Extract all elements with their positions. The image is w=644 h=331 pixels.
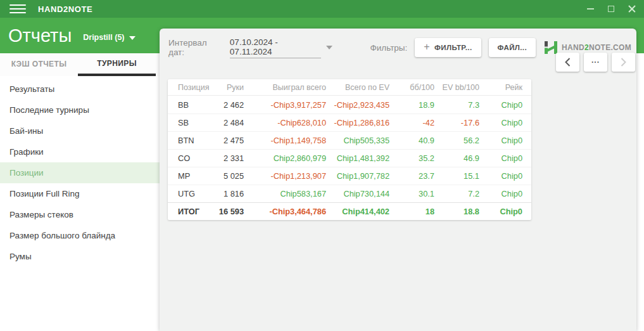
pagination-next-button[interactable] <box>612 53 635 72</box>
maximize-button[interactable] <box>607 4 616 13</box>
add-filter-button[interactable]: + ФИЛЬТР... <box>415 38 481 57</box>
table-cell: 18 <box>389 207 434 216</box>
table-header-row: ПозицияРукиВыиграл всегоВсего по EVбб/10… <box>168 79 531 96</box>
table-total-row[interactable]: ИТОГ16 593-Chip3,464,786Chip414,4021818.… <box>168 202 531 220</box>
filters-label: Фильтры: <box>370 43 408 53</box>
table-cell: Chip730,144 <box>326 189 389 198</box>
app-title: HAND2NOTE <box>38 4 92 14</box>
table-cell: 7.3 <box>434 100 479 110</box>
sidebar-item-stack-sizes[interactable]: Размеры стеков <box>0 204 160 225</box>
sidebar-item-results[interactable]: Результаты <box>0 79 160 100</box>
hamburger-menu-icon[interactable] <box>9 2 26 16</box>
chevron-down-icon <box>129 36 136 40</box>
chevron-down-icon[interactable] <box>326 46 332 49</box>
table-header-cell[interactable]: Позиция <box>168 83 212 92</box>
table-cell: 35.2 <box>389 153 434 163</box>
table-cell: 30.1 <box>389 189 434 198</box>
table-cell: 2 331 <box>212 153 244 163</box>
table-header-cell[interactable]: Всего по EV <box>326 83 389 92</box>
minimize-icon <box>587 8 594 10</box>
table-row[interactable]: UTG1 816Chip583,167Chip730,14430.17.2Chi… <box>168 185 531 202</box>
player-dropdown-label: Dripstill (5) <box>83 33 124 42</box>
close-button[interactable] <box>628 4 636 13</box>
table-cell: -Chip628,010 <box>244 118 326 127</box>
table-cell: Chip0 <box>479 207 531 216</box>
page-title: Отчеты <box>8 25 72 46</box>
app-window: HAND2NOTE Отчеты Dripstill (5) КЭШ ОТЧЕТ… <box>0 0 644 331</box>
table-cell: -Chip3,464,786 <box>244 207 326 216</box>
title-bar: HAND2NOTE <box>0 0 644 18</box>
maximize-icon <box>608 6 614 12</box>
table-cell: 40.9 <box>389 136 434 145</box>
table-cell: Chip505,335 <box>326 136 389 145</box>
table-header-cell[interactable]: Руки <box>212 83 244 92</box>
table-cell: SB <box>168 118 212 127</box>
add-filter-button-label: ФИЛЬТР... <box>434 44 472 51</box>
table-cell: Chip2,860,979 <box>244 153 326 163</box>
positions-report-table: ПозицияРукиВыиграл всегоВсего по EVбб/10… <box>168 79 531 220</box>
table-cell: 7.2 <box>434 189 479 198</box>
table-row[interactable]: BTN2 475-Chip1,149,758Chip505,33540.956.… <box>168 131 531 149</box>
window-controls <box>586 4 636 13</box>
hand2note-logo-text: HAND2NOTE.COM <box>562 43 631 52</box>
table-cell: Chip1,907,782 <box>326 171 389 181</box>
table-cell: 18.9 <box>389 100 434 110</box>
sidebar-item-buyins[interactable]: Бай-ины <box>0 120 160 141</box>
pagination-more-button[interactable]: ... <box>584 53 607 72</box>
table-cell: 5 025 <box>212 171 244 181</box>
table-cell: 2 484 <box>212 118 244 127</box>
table-row[interactable]: BB2 462-Chip3,917,257-Chip2,923,43518.97… <box>168 96 531 114</box>
table-cell: Chip0 <box>479 100 531 110</box>
table-cell: -42 <box>389 118 434 127</box>
sidebar-item-recent-tournaments[interactable]: Последние турниры <box>0 100 160 120</box>
table-cell: Chip414,402 <box>326 207 389 216</box>
table-cell: 16 593 <box>212 207 244 216</box>
pagination-prev-button[interactable] <box>556 53 579 72</box>
table-cell: Chip0 <box>479 118 531 127</box>
chevron-right-icon <box>621 58 626 67</box>
table-cell: CO <box>168 153 212 163</box>
table-cell: -Chip3,917,257 <box>244 100 326 110</box>
plus-icon: + <box>424 41 430 53</box>
sidebar-item-big-blind-size[interactable]: Размер большого блайнда <box>0 225 160 246</box>
sidebar-item-graphs[interactable]: Графики <box>0 141 160 162</box>
table-cell: ИТОГ <box>168 207 212 216</box>
table-header-cell[interactable]: Выиграл всего <box>244 83 326 92</box>
table-row[interactable]: MP5 025-Chip1,213,907Chip1,907,78223.715… <box>168 167 531 185</box>
table-header-cell[interactable]: EV bb/100 <box>434 83 479 92</box>
date-interval-label: Интервал дат: <box>168 38 224 57</box>
sidebar-item-positions[interactable]: Позиции <box>0 162 160 183</box>
date-interval-value[interactable]: 07.10.2024 - 07.11.2024 <box>230 37 321 58</box>
player-dropdown[interactable]: Dripstill (5) <box>83 33 135 42</box>
minimize-button[interactable] <box>586 4 595 13</box>
table-cell: 18.8 <box>434 207 479 216</box>
table-cell: UTG <box>168 189 212 198</box>
file-button[interactable]: ФАЙЛ... <box>489 38 536 57</box>
table-cell: 2 475 <box>212 136 244 145</box>
tab-tournaments[interactable]: ТУРНИРЫ <box>78 53 156 76</box>
chevron-left-icon <box>565 58 571 67</box>
tab-cash-reports[interactable]: КЭШ ОТЧЕТЫ <box>0 53 78 76</box>
table-cell: Chip0 <box>479 171 531 181</box>
table-cell: -Chip2,923,435 <box>326 100 389 110</box>
table-cell: 15.1 <box>434 171 479 181</box>
report-tabs: КЭШ ОТЧЕТЫ ТУРНИРЫ <box>0 53 160 76</box>
table-cell: 56.2 <box>434 136 479 145</box>
table-cell: Chip583,167 <box>244 189 326 198</box>
close-icon <box>628 5 636 13</box>
sidebar-item-rooms[interactable]: Румы <box>0 246 160 267</box>
table-cell: Chip0 <box>479 189 531 198</box>
sidebar-item-positions-full-ring[interactable]: Позиции Full Ring <box>0 183 160 204</box>
table-cell: -Chip1,149,758 <box>244 136 326 145</box>
table-cell: 46.9 <box>434 153 479 163</box>
table-row[interactable]: CO2 331Chip2,860,979Chip1,481,39235.246.… <box>168 149 531 167</box>
table-header-cell[interactable]: бб/100 <box>389 83 434 92</box>
table-row[interactable]: SB2 484-Chip628,010-Chip1,286,816-42-17.… <box>168 114 531 131</box>
table-header-cell[interactable]: Рейк <box>479 83 531 92</box>
table-cell: 1 816 <box>212 189 244 198</box>
report-panel: Интервал дат: 07.10.2024 - 07.11.2024 Фи… <box>160 29 636 331</box>
table-cell: Chip0 <box>479 136 531 145</box>
table-cell: Chip1,481,392 <box>326 153 389 163</box>
file-button-label: ФАЙЛ... <box>498 44 527 51</box>
table-body: BB2 462-Chip3,917,257-Chip2,923,43518.97… <box>168 96 531 220</box>
